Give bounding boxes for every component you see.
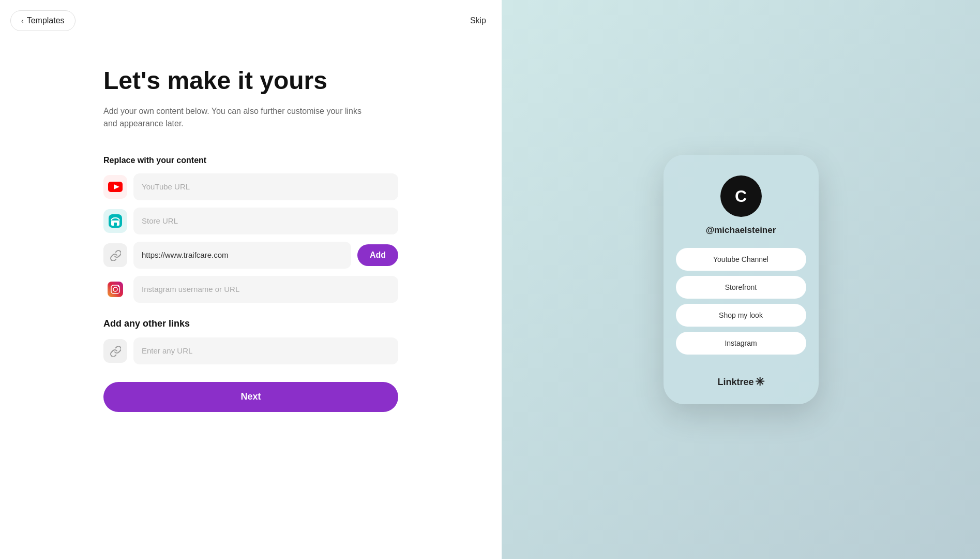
store-icon-wrap [103,209,127,233]
store-icon [109,214,122,228]
instagram-icon-wrap [103,277,127,301]
other-link-icon-wrap [103,339,127,363]
chevron-left-icon: ‹ [21,17,24,25]
other-section-label: Add any other links [103,318,398,329]
replace-section-label: Replace with your content [103,156,398,165]
linktree-logo: Linktree ✳ [717,375,764,389]
top-bar: ‹ Templates Skip [0,0,502,36]
store-input-wrap [133,208,398,234]
link-icon [110,249,121,261]
preview-link-shop: Shop my look [676,304,806,327]
skip-link[interactable]: Skip [470,16,486,25]
svg-rect-5 [108,282,123,297]
other-link-icon [110,345,121,357]
left-panel: ‹ Templates Skip Let's make it yours Add… [0,0,502,559]
youtube-icon-wrap [103,175,127,199]
instagram-row [103,276,398,303]
other-link-row [103,337,398,364]
main-content: Let's make it yours Add your own content… [0,36,502,559]
other-link-input[interactable] [133,337,398,364]
link-icon-wrap [103,243,127,267]
store-row [103,208,398,234]
link-input-wrap [133,242,351,269]
page-title: Let's make it yours [103,67,398,95]
preview-link-instagram: Instagram [676,332,806,355]
store-input[interactable] [133,208,398,234]
back-label: Templates [27,16,65,25]
other-link-input-wrap [133,337,398,364]
youtube-input-wrap [133,173,398,200]
instagram-input[interactable] [133,276,398,303]
next-button[interactable]: Next [103,382,398,412]
svg-rect-4 [114,223,117,226]
preview-link-youtube: Youtube Channel [676,248,806,271]
youtube-icon [108,182,123,192]
svg-point-8 [118,286,119,287]
linktree-asterisk-icon: ✳ [755,375,764,389]
instagram-input-wrap [133,276,398,303]
linktree-brand-name: Linktree [717,377,753,388]
preview-link-storefront: Storefront [676,276,806,299]
page-subtitle: Add your own content below. You can also… [103,105,362,130]
link-row: Add [103,242,398,269]
phone-mockup: C @michaelsteiner Youtube Channel Storef… [664,155,819,404]
preview-username: @michaelsteiner [706,225,776,236]
instagram-icon [108,282,123,297]
youtube-row [103,173,398,200]
right-panel: C @michaelsteiner Youtube Channel Storef… [502,0,980,559]
avatar: C [720,175,762,217]
youtube-input[interactable] [133,173,398,200]
other-links-section: Add any other links [103,318,398,364]
add-button[interactable]: Add [357,244,398,266]
back-button[interactable]: ‹ Templates [10,10,76,31]
link-input[interactable] [133,242,351,269]
